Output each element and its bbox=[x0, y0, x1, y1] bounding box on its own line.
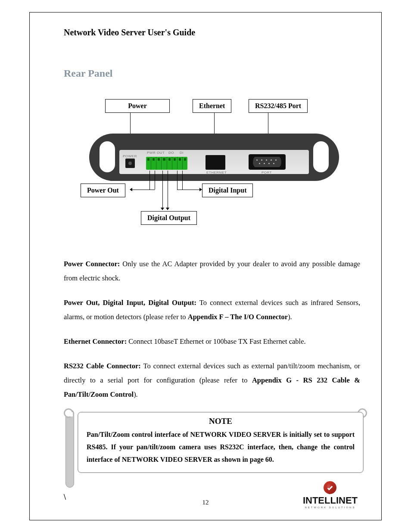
spiral-binding-icon bbox=[65, 409, 74, 488]
note-body: Pan/Tilt/Zoom control interface of NETWO… bbox=[87, 429, 355, 466]
spiral-ring-icon bbox=[64, 408, 73, 418]
brand-mark-icon bbox=[324, 481, 336, 494]
device-label-power: POWER bbox=[123, 154, 137, 158]
ethernet-port-icon bbox=[206, 155, 225, 170]
para-ethernet-text: Connect 10baseT Ethernet or 100base TX F… bbox=[127, 337, 305, 345]
callout-power: Power bbox=[105, 99, 170, 113]
para-rs232-label: RS232 Cable Connector: bbox=[64, 362, 141, 370]
para-io-label: Power Out, Digital Input, Digital Output… bbox=[64, 299, 196, 307]
note-box: NOTE Pan/Tilt/Zoom control interface of … bbox=[62, 412, 364, 473]
para-power-connector-label: Power Connector: bbox=[64, 260, 120, 268]
para-io: Power Out, Digital Input, Digital Output… bbox=[64, 296, 360, 324]
rear-panel-diagram: Power Ethernet RS232/485 Port POWER PWR … bbox=[72, 99, 352, 233]
para-io-appendix: Appendix F – The I/O Connector bbox=[188, 313, 288, 321]
device-label-di: DI bbox=[180, 151, 184, 155]
serial-port-icon bbox=[253, 157, 281, 167]
section-heading: Rear Panel bbox=[64, 68, 360, 79]
callout-digital-output: Digital Output bbox=[141, 211, 197, 225]
check-icon bbox=[327, 485, 333, 491]
para-ethernet-label: Ethernet Connector: bbox=[64, 337, 127, 345]
callout-ethernet: Ethernet bbox=[193, 99, 231, 113]
para-rs232: RS232 Cable Connector: To connect extern… bbox=[64, 359, 360, 401]
terminal-block-icon bbox=[146, 157, 187, 170]
brand-name: INTELLINET bbox=[303, 495, 358, 506]
mount-hole-right bbox=[313, 141, 329, 172]
device-label-ethernet: ETHERNET bbox=[206, 171, 227, 174]
device-label-pwrout: PWR OUT bbox=[147, 151, 165, 155]
document-title: Network Video Server User's Guide bbox=[64, 28, 360, 37]
brand-subtitle: NETWORK SOLUTIONS bbox=[303, 506, 358, 509]
para-ethernet: Ethernet Connector: Connect 10baseT Ethe… bbox=[64, 334, 360, 348]
para-power-connector: Power Connector: Only use the AC Adapter… bbox=[64, 257, 360, 285]
brand-logo: INTELLINET NETWORK SOLUTIONS bbox=[303, 481, 358, 509]
para-io-text-2: ). bbox=[288, 313, 292, 321]
device-label-port: PORT bbox=[262, 171, 272, 174]
callout-rs-port: RS232/485 Port bbox=[249, 99, 308, 113]
note-title: NOTE bbox=[87, 417, 355, 426]
power-jack-icon bbox=[125, 159, 135, 168]
page-content: Network Video Server User's Guide Rear P… bbox=[64, 28, 360, 502]
mount-hole-left bbox=[100, 141, 115, 172]
callout-power-out: Power Out bbox=[81, 184, 125, 197]
callout-digital-input: Digital Input bbox=[202, 184, 253, 197]
device-label-do: DO bbox=[168, 151, 174, 155]
para-rs232-text-2: ). bbox=[134, 390, 138, 398]
